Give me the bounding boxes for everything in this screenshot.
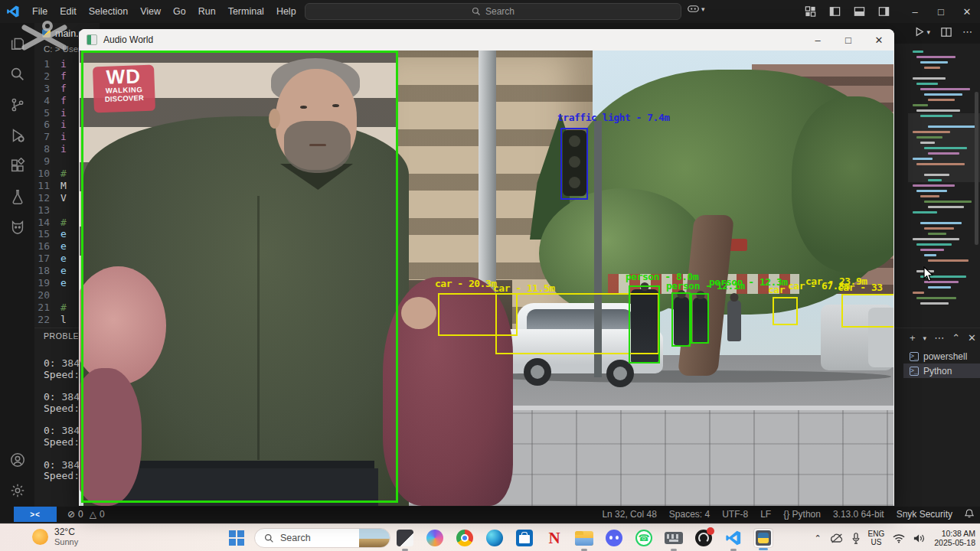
line-number: 2	[34, 70, 60, 83]
terminal-tab-powershell[interactable]: >_powershell	[903, 349, 980, 364]
run-debug-icon[interactable]	[8, 126, 28, 145]
status-item-4[interactable]: {} Python	[783, 509, 821, 520]
source-control-icon[interactable]	[8, 95, 28, 115]
wifi-icon[interactable]	[893, 533, 905, 543]
copilot-icon[interactable]	[425, 528, 445, 548]
code-text: #	[60, 168, 67, 180]
detection-video-frame: WD WALKING DISCOVER traffic light - 7.4m…	[80, 51, 893, 506]
new-terminal-icon[interactable]: +	[910, 332, 916, 344]
code-text: i	[60, 119, 67, 131]
run-dropdown-icon[interactable]: ▾	[926, 28, 930, 36]
menu-selection[interactable]: Selection	[83, 0, 134, 23]
edge-icon[interactable]	[485, 528, 505, 548]
chrome-icon[interactable]	[455, 528, 475, 548]
status-item-6[interactable]: Snyk Security	[897, 509, 952, 520]
search-sidebar-icon[interactable]	[8, 64, 28, 84]
settings-gear-icon[interactable]	[8, 481, 28, 500]
start-button[interactable]	[227, 529, 247, 547]
snyk-security-icon[interactable]	[8, 217, 28, 237]
whatsapp-icon[interactable]: ☎	[634, 528, 654, 548]
code-text: i	[60, 107, 67, 119]
status-item-2[interactable]: UTF-8	[722, 509, 748, 520]
more-actions-icon[interactable]: ⋯	[962, 26, 972, 37]
run-python-button[interactable]: ▾	[914, 27, 930, 37]
toggle-sidebar-icon[interactable]	[829, 6, 841, 17]
split-editor-icon[interactable]	[941, 27, 952, 37]
status-item-5[interactable]: 3.13.0 64-bit	[833, 509, 884, 520]
remote-indicator[interactable]: ><	[14, 507, 57, 522]
maximize-panel-icon[interactable]: ⌃	[952, 332, 960, 344]
line-number: 14	[34, 217, 60, 229]
detection-box	[629, 285, 660, 364]
clock-widget[interactable]: 10:38 AM 2025-05-18	[934, 529, 975, 547]
terminal-dropdown-icon[interactable]: ▾	[923, 332, 927, 344]
code-text: i	[60, 143, 67, 155]
file-explorer-icon[interactable]	[574, 528, 594, 548]
command-search-box[interactable]: Search	[305, 3, 681, 20]
line-number: 15	[34, 228, 60, 240]
customize-layout-icon[interactable]	[805, 6, 816, 17]
audio-world-titlebar[interactable]: Audio World – □ ✕	[79, 29, 894, 51]
detection-box	[560, 128, 588, 200]
editor-toolbar: ▾ ⋯	[914, 26, 972, 37]
status-item-0[interactable]: Ln 32, Col 48	[602, 509, 656, 520]
close-button[interactable]: ✕	[954, 6, 980, 18]
vscode-icon[interactable]	[724, 528, 743, 548]
search-placeholder: Search	[485, 6, 514, 17]
terminal-list: >_powershell>_Python	[903, 349, 980, 378]
problems-status[interactable]: ⊘ 0 △ 0	[67, 509, 105, 520]
obs-icon[interactable]	[694, 528, 714, 548]
menu-help[interactable]: Help	[270, 0, 302, 23]
toggle-panel-icon[interactable]	[854, 6, 865, 17]
code-text: e	[60, 240, 67, 253]
terminal-more-icon[interactable]: ⋯	[934, 332, 944, 344]
status-item-1[interactable]: Spaces: 4	[669, 509, 710, 520]
terminal-tab-label: powershell	[923, 351, 967, 362]
editor-scrollbar[interactable]	[975, 92, 978, 245]
system-tray: ⌃ ENG US 10:38 AM 2	[814, 524, 975, 551]
taskbar: 32°C Sunny Search N☎ ⌃	[0, 523, 980, 551]
testing-icon[interactable]	[8, 187, 28, 207]
aw-close-button[interactable]: ✕	[864, 34, 894, 46]
menu-go[interactable]: Go	[167, 0, 192, 23]
tray-chevron-icon[interactable]: ⌃	[814, 533, 821, 543]
code-text: e	[60, 253, 67, 265]
detection-label: car - 33	[838, 282, 883, 293]
store-icon[interactable]	[514, 528, 534, 548]
terminal-tab-python[interactable]: >_Python	[903, 364, 980, 378]
volume-icon[interactable]	[913, 533, 926, 543]
weather-widget[interactable]: 32°C Sunny	[32, 527, 78, 547]
minimize-button[interactable]: –	[902, 6, 928, 18]
status-item-3[interactable]: LF	[760, 509, 771, 520]
code-text: #	[60, 217, 67, 229]
restore-button[interactable]: □	[928, 6, 954, 18]
extensions-icon[interactable]	[8, 156, 28, 176]
notifications-bell-icon[interactable]	[965, 509, 974, 520]
aw-maximize-button[interactable]: □	[833, 34, 864, 46]
aw-minimize-button[interactable]: –	[802, 34, 833, 46]
bing-daily-image[interactable]	[359, 528, 390, 548]
line-number: 12	[34, 192, 60, 204]
close-panel-icon[interactable]: ✕	[968, 332, 976, 344]
task-view-icon[interactable]	[395, 528, 415, 548]
minimap[interactable]	[913, 51, 974, 326]
code-text: f	[60, 95, 67, 107]
microphone-icon[interactable]	[852, 533, 860, 544]
errors-icon: ⊘	[67, 509, 75, 520]
toggle-secondary-sidebar-icon[interactable]	[878, 6, 890, 17]
language-indicator[interactable]: ENG US	[868, 530, 885, 546]
discord-icon[interactable]	[604, 528, 624, 548]
copilot-button[interactable]: ▾	[688, 4, 705, 14]
warnings-count: 0	[100, 509, 105, 520]
menu-terminal[interactable]: Terminal	[222, 0, 270, 23]
account-icon[interactable]	[8, 450, 28, 470]
netflix-icon[interactable]: N	[544, 528, 564, 548]
python-app-icon[interactable]	[753, 528, 773, 548]
detection-box	[671, 292, 691, 347]
taskbar-search[interactable]: Search	[254, 528, 390, 548]
touch-keyboard-icon[interactable]	[664, 528, 684, 548]
onedrive-icon[interactable]	[830, 533, 844, 543]
menu-view[interactable]: View	[134, 0, 167, 23]
menu-run[interactable]: Run	[192, 0, 222, 23]
line-number: 6	[34, 119, 60, 131]
